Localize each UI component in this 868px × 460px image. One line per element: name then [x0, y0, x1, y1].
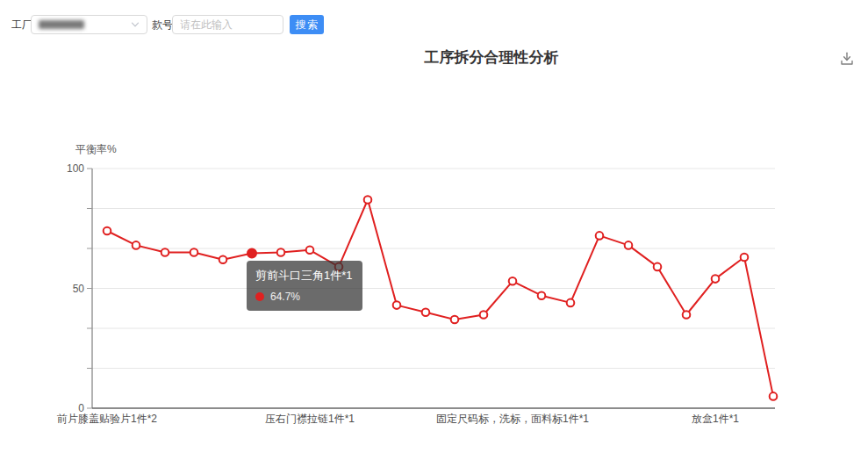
data-point[interactable]	[567, 299, 575, 307]
data-point[interactable]	[538, 291, 546, 299]
data-point[interactable]	[625, 241, 633, 249]
data-point[interactable]	[509, 277, 517, 285]
data-point[interactable]	[306, 247, 314, 255]
data-point[interactable]	[277, 248, 285, 256]
data-point[interactable]	[393, 301, 401, 309]
data-point[interactable]	[335, 263, 343, 271]
data-point[interactable]	[364, 196, 372, 204]
data-point[interactable]	[654, 263, 662, 271]
data-point-highlighted[interactable]	[247, 248, 256, 257]
data-point[interactable]	[104, 227, 111, 235]
data-point[interactable]	[683, 311, 691, 319]
x-axis-label: 前片膝盖贴验片1件*2	[57, 413, 157, 425]
line-series	[107, 200, 773, 397]
data-point[interactable]	[219, 255, 227, 263]
data-point[interactable]	[596, 232, 604, 240]
data-point[interactable]	[133, 241, 140, 249]
balance-rate-line-chart[interactable]: 100500平衡率%前片膝盖贴验片1件*2压右门襟拉链1件*1固定尺码标，洗标，…	[0, 0, 868, 460]
data-point[interactable]	[480, 311, 488, 319]
data-point[interactable]	[161, 248, 169, 256]
data-point[interactable]	[770, 392, 778, 400]
data-point[interactable]	[190, 248, 198, 256]
data-point[interactable]	[741, 254, 749, 262]
data-point[interactable]	[422, 309, 430, 317]
data-point[interactable]	[712, 275, 720, 283]
x-axis-label: 压右门襟拉链1件*1	[265, 413, 355, 425]
y-axis-tick-label: 100	[67, 162, 84, 175]
process-split-analysis-page: { "toolbar": { "factory_label": "工厂", "s…	[0, 0, 868, 460]
y-axis-title: 平衡率%	[75, 143, 117, 155]
x-axis-label: 放盒1件*1	[692, 413, 739, 425]
y-axis-tick-label: 50	[73, 283, 85, 295]
data-point[interactable]	[451, 316, 459, 324]
x-axis-label: 固定尺码标，洗标，面料标1件*1	[436, 413, 589, 425]
